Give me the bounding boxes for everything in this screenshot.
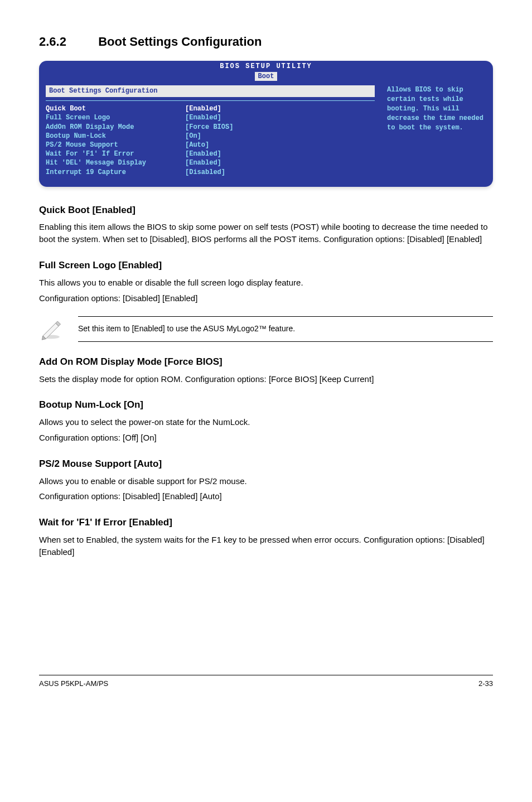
- bios-help-panel: Allows BIOS to skip certain tests while …: [381, 81, 493, 186]
- bios-setting-row: Quick Boot[Enabled]: [46, 104, 375, 113]
- note-block: Set this item to [Enabled] to use the AS…: [39, 316, 493, 342]
- bios-setting-row: Full Screen Logo[Enabled]: [46, 113, 375, 122]
- bios-setting-value: [Enabled]: [185, 104, 375, 113]
- bios-setting-label: Interrupt 19 Capture: [46, 168, 185, 177]
- bios-tab: Boot: [255, 72, 278, 81]
- bios-setting-label: Hit 'DEL' Message Display: [46, 158, 185, 167]
- bootup-numlock-body2: Configuration options: [Off] [On]: [39, 432, 493, 444]
- ps2-heading: PS/2 Mouse Support [Auto]: [39, 457, 493, 471]
- section-heading: 2.6.2 Boot Settings Configuration: [39, 33, 493, 51]
- bios-setting-label: Wait For 'F1' If Error: [46, 149, 185, 158]
- addon-rom-body: Sets the display mode for option ROM. Co…: [39, 373, 493, 385]
- bios-screenshot: BIOS SETUP UTILITY Boot Boot Settings Co…: [39, 61, 493, 187]
- full-screen-body1: This allows you to enable or disable the…: [39, 277, 493, 289]
- full-screen-body2: Configuration options: [Disabled] [Enabl…: [39, 292, 493, 305]
- bios-setting-value: [Enabled]: [185, 113, 375, 122]
- section-title-text: Boot Settings Configuration: [98, 35, 262, 49]
- note-text: Set this item to [Enabled] to use the AS…: [78, 316, 493, 342]
- bios-setting-value: [Enabled]: [185, 158, 375, 167]
- bios-setting-value: [Force BIOS]: [185, 123, 375, 132]
- bios-setting-label: Bootup Num-Lock: [46, 132, 185, 141]
- section-number: 2.6.2: [39, 33, 95, 51]
- wait-f1-heading: Wait for 'F1' If Error [Enabled]: [39, 516, 493, 529]
- pencil-icon: [39, 317, 62, 341]
- bios-setting-value: [Auto]: [185, 141, 375, 149]
- bios-title-bar: BIOS SETUP UTILITY Boot: [39, 61, 493, 81]
- bios-setting-row: Wait For 'F1' If Error[Enabled]: [46, 149, 375, 158]
- page-footer: ASUS P5KPL-AM/PS 2-33: [39, 675, 493, 689]
- footer-right: 2-33: [478, 679, 493, 689]
- quick-boot-body: Enabling this item allows the BIOS to sk…: [39, 221, 493, 245]
- bios-panel-title: Boot Settings Configuration: [46, 85, 375, 97]
- bios-setting-label: Quick Boot: [46, 104, 185, 113]
- bios-setting-row: Interrupt 19 Capture[Disabled]: [46, 168, 375, 177]
- bootup-numlock-heading: Bootup Num-Lock [On]: [39, 398, 493, 412]
- bios-setting-label: Full Screen Logo: [46, 113, 185, 122]
- bios-help-text: Allows BIOS to skip certain tests while …: [387, 86, 483, 131]
- bios-setting-row: Bootup Num-Lock[On]: [46, 132, 375, 141]
- bios-setting-value: [On]: [185, 132, 375, 141]
- bios-setting-row: AddOn ROM Display Mode[Force BIOS]: [46, 123, 375, 132]
- quick-boot-heading: Quick Boot [Enabled]: [39, 204, 493, 217]
- addon-rom-heading: Add On ROM Display Mode [Force BIOS]: [39, 355, 493, 369]
- wait-f1-body: When set to Enabled, the system waits fo…: [39, 534, 493, 558]
- full-screen-heading: Full Screen Logo [Enabled]: [39, 259, 493, 272]
- bios-setting-label: PS/2 Mouse Support: [46, 141, 185, 149]
- bios-setting-label: AddOn ROM Display Mode: [46, 123, 185, 132]
- bios-setting-value: [Disabled]: [185, 168, 375, 177]
- footer-left: ASUS P5KPL-AM/PS: [39, 679, 108, 689]
- bios-setting-row: PS/2 Mouse Support[Auto]: [46, 141, 375, 149]
- bios-divider: [46, 100, 375, 101]
- ps2-body1: Allows you to enable or disable support …: [39, 475, 493, 487]
- bios-utility-title: BIOS SETUP UTILITY: [39, 62, 493, 71]
- bios-left-panel: Boot Settings Configuration Quick Boot[E…: [39, 81, 381, 186]
- bootup-numlock-body1: Allows you to select the power-on state …: [39, 416, 493, 428]
- bios-setting-value: [Enabled]: [185, 149, 375, 158]
- bios-setting-row: Hit 'DEL' Message Display[Enabled]: [46, 158, 375, 167]
- ps2-body2: Configuration options: [Disabled] [Enabl…: [39, 490, 493, 503]
